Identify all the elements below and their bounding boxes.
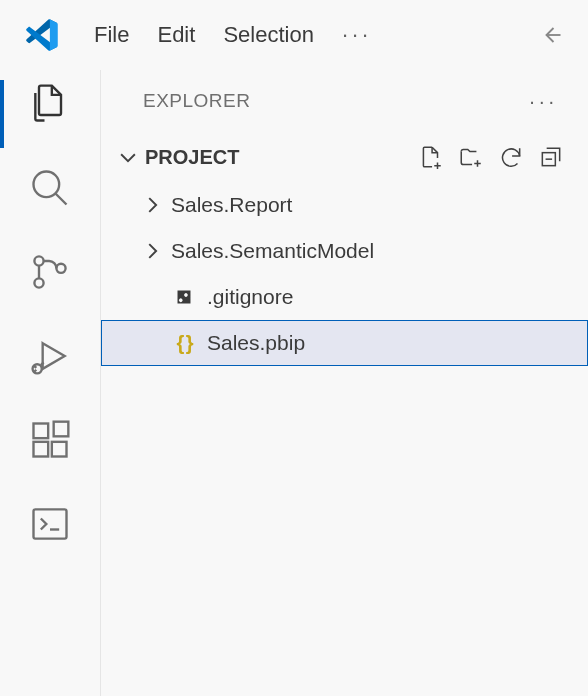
explorer-title: EXPLORER (143, 90, 250, 112)
activity-indicator (0, 80, 4, 148)
activity-search[interactable] (26, 164, 74, 212)
vscode-logo-icon (24, 17, 60, 53)
chevron-right-icon (141, 194, 163, 216)
svg-rect-8 (54, 422, 69, 437)
tree-item-label: Sales.pbip (207, 331, 305, 355)
explorer-header: EXPLORER ··· (101, 70, 588, 132)
git-file-icon (171, 284, 197, 310)
tree-folder-sales-semanticmodel[interactable]: Sales.SemanticModel (101, 228, 588, 274)
back-arrow-icon[interactable] (536, 21, 564, 49)
new-folder-icon[interactable] (458, 144, 484, 170)
tree-file-gitignore[interactable]: .gitignore (101, 274, 588, 320)
menu-file[interactable]: File (94, 22, 129, 48)
tree-item-label: Sales.Report (171, 193, 292, 217)
activity-explorer[interactable] (26, 80, 74, 128)
explorer-sidebar: EXPLORER ··· PROJECT (100, 70, 588, 696)
new-file-icon[interactable] (418, 144, 444, 170)
svg-point-2 (34, 278, 43, 287)
activity-bar (0, 70, 100, 696)
refresh-icon[interactable] (498, 144, 524, 170)
svg-rect-7 (52, 442, 67, 457)
workbench: EXPLORER ··· PROJECT (0, 70, 588, 696)
chevron-right-icon (141, 240, 163, 262)
menu-selection[interactable]: Selection (223, 22, 314, 48)
files-icon (28, 82, 72, 126)
tree-item-label: Sales.SemanticModel (171, 239, 374, 263)
tree-folder-sales-report[interactable]: Sales.Report (101, 182, 588, 228)
project-section-header[interactable]: PROJECT (101, 132, 588, 182)
file-tree: Sales.Report Sales.SemanticModel .gitign… (101, 182, 588, 366)
activity-run-debug[interactable] (26, 332, 74, 380)
chevron-down-icon (117, 146, 139, 168)
json-file-icon: { } (171, 330, 197, 356)
terminal-icon (28, 502, 72, 546)
debug-icon (28, 334, 72, 378)
menu-more-icon[interactable]: ··· (342, 22, 372, 48)
source-control-icon (28, 250, 72, 294)
project-section-title: PROJECT (145, 146, 239, 169)
svg-point-3 (56, 264, 65, 273)
activity-source-control[interactable] (26, 248, 74, 296)
explorer-more-icon[interactable]: ··· (529, 90, 558, 113)
menu-bar: File Edit Selection ··· (94, 22, 372, 48)
title-bar: File Edit Selection ··· (0, 0, 588, 70)
svg-rect-9 (34, 509, 67, 538)
tree-item-label: .gitignore (207, 285, 293, 309)
section-actions (418, 144, 564, 170)
svg-point-1 (34, 256, 43, 265)
menu-edit[interactable]: Edit (157, 22, 195, 48)
svg-point-0 (34, 172, 60, 198)
activity-terminal[interactable] (26, 500, 74, 548)
svg-rect-6 (34, 442, 49, 457)
svg-rect-5 (34, 424, 49, 439)
collapse-all-icon[interactable] (538, 144, 564, 170)
tree-file-sales-pbip[interactable]: { } Sales.pbip (101, 320, 588, 366)
search-icon (28, 166, 72, 210)
activity-extensions[interactable] (26, 416, 74, 464)
extensions-icon (28, 418, 72, 462)
